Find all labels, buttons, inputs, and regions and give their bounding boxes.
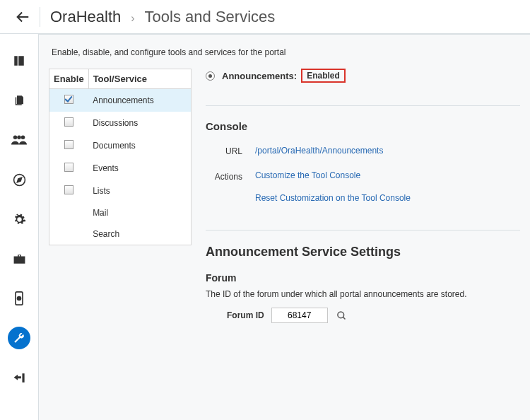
svg-point-10	[338, 311, 344, 317]
reset-console-link[interactable]: Reset Customization on the Tool Console	[255, 193, 520, 203]
topbar: OraHealth › Tools and Services	[0, 0, 530, 34]
table-row[interactable]: Announcements	[49, 89, 192, 112]
svg-point-4	[21, 136, 25, 140]
sidebar-item-tools[interactable]	[8, 327, 30, 349]
table-row[interactable]: Lists	[49, 180, 192, 202]
enabled-radio-label: Announcements:	[222, 71, 297, 81]
enabled-radio[interactable]	[206, 71, 215, 81]
tool-label: Announcements	[88, 89, 191, 112]
col-header-tool: Tool/Service	[88, 69, 191, 89]
svg-marker-6	[17, 177, 21, 182]
panel-icon	[13, 54, 25, 67]
table-row[interactable]: Documents	[49, 134, 192, 157]
enable-checkbox[interactable]	[64, 163, 73, 172]
forum-id-search-button[interactable]	[335, 308, 349, 322]
sidebar-item-navigation[interactable]	[8, 168, 30, 191]
briefcase-icon	[13, 253, 26, 265]
actions-label: Actions	[206, 170, 242, 182]
enable-checkbox[interactable]	[64, 140, 73, 149]
tool-details: Announcements: Enabled Console URL /port…	[206, 69, 530, 323]
back-arrow-icon	[15, 9, 30, 25]
tool-label: Discussions	[88, 112, 191, 134]
enable-checkbox[interactable]	[64, 185, 73, 194]
tool-label: Lists	[88, 180, 191, 202]
svg-line-11	[343, 317, 346, 319]
enable-checkbox[interactable]	[64, 95, 73, 104]
breadcrumb: OraHealth › Tools and Services	[50, 8, 275, 26]
svg-rect-1	[18, 56, 24, 66]
sidebar-item-pages[interactable]	[8, 89, 30, 112]
breadcrumb-root[interactable]: OraHealth	[50, 8, 121, 26]
sidebar-item-import[interactable]	[8, 366, 30, 389]
compass-icon	[13, 173, 26, 187]
table-row[interactable]: Discussions	[49, 112, 192, 134]
svg-point-2	[13, 136, 18, 140]
svg-point-8	[18, 297, 21, 301]
divider	[206, 105, 520, 106]
pages-icon	[13, 94, 25, 107]
url-label: URL	[206, 145, 242, 156]
console-url-link[interactable]: /portal/OraHealth/Announcements	[255, 146, 383, 156]
breadcrumb-leaf: Tools and Services	[145, 8, 276, 26]
tool-label: Mail	[88, 202, 191, 223]
main-panel: Enable, disable, and configure tools and…	[38, 34, 530, 420]
status-badge: Enabled	[301, 69, 346, 83]
sidebar-item-overview[interactable]	[8, 49, 30, 72]
search-icon	[336, 310, 347, 321]
svg-point-3	[17, 136, 21, 140]
import-icon	[13, 372, 26, 384]
divider	[206, 230, 520, 231]
table-row[interactable]: Events	[49, 157, 192, 180]
chevron-right-icon: ›	[131, 12, 134, 25]
breadcrumb-separator	[40, 7, 40, 27]
enable-checkbox[interactable]	[64, 117, 73, 127]
settings-heading: Announcement Service Settings	[206, 245, 520, 259]
sidebar-item-members[interactable]	[8, 129, 30, 151]
back-button[interactable]	[13, 7, 33, 27]
forum-helper-text: The ID of the forum under which all port…	[206, 289, 520, 299]
gear-icon	[13, 213, 26, 226]
table-row[interactable]: Mail	[49, 202, 192, 223]
console-heading: Console	[206, 120, 520, 132]
sidebar-item-settings[interactable]	[8, 208, 30, 231]
sidebar-item-assets[interactable]	[8, 247, 30, 270]
tool-label: Documents	[88, 134, 191, 157]
svg-rect-0	[14, 56, 18, 66]
tools-table: Enable Tool/Service AnnouncementsDiscuss…	[49, 69, 192, 245]
sidebar	[0, 34, 38, 420]
table-row[interactable]: Search	[49, 223, 192, 245]
tool-label: Events	[88, 157, 191, 180]
people-icon	[11, 134, 27, 146]
wrench-icon	[13, 332, 25, 344]
svg-rect-9	[22, 373, 24, 383]
intro-text: Enable, disable, and configure tools and…	[52, 47, 530, 57]
phone-gear-icon	[14, 291, 24, 305]
sidebar-item-device[interactable]	[8, 287, 30, 310]
tool-label: Search	[88, 223, 191, 245]
forum-id-label: Forum ID	[227, 310, 264, 320]
customize-console-link[interactable]: Customize the Tool Console	[255, 170, 520, 180]
forum-id-input[interactable]	[271, 308, 328, 323]
forum-heading: Forum	[206, 272, 520, 284]
col-header-enable: Enable	[49, 69, 89, 89]
